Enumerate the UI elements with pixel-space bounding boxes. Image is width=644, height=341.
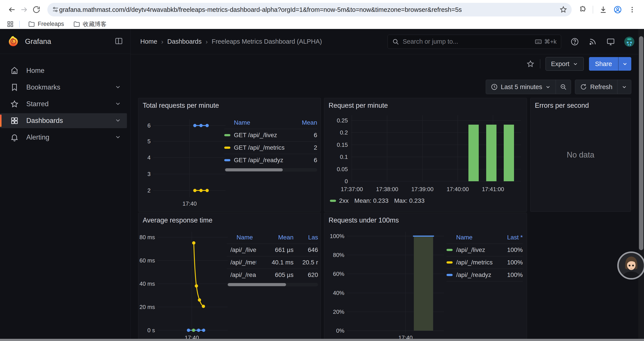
- series-swatch-blue: [224, 159, 230, 161]
- apps-grid-icon[interactable]: [6, 21, 14, 28]
- y-tick: 0: [345, 178, 348, 185]
- bookmark-folder-blogs[interactable]: 收藏博客: [70, 20, 110, 29]
- sidebar-collapse-icon[interactable]: [115, 37, 123, 46]
- chevron-down-icon[interactable]: [115, 100, 121, 108]
- sidebar-item-dashboards[interactable]: Dashboards: [0, 113, 127, 128]
- series-swatch-green: [446, 249, 453, 251]
- series-last: 100%: [494, 271, 523, 278]
- keyboard-icon: [534, 38, 542, 46]
- zoom-out-button[interactable]: [556, 80, 571, 94]
- profile-icon[interactable]: [612, 4, 624, 16]
- legend-col-mean[interactable]: Mean: [256, 234, 294, 241]
- panel-total-requests: Total requests per minute 6 5 4 3 2 17:4…: [138, 98, 321, 212]
- menu-kebab-icon[interactable]: [626, 4, 638, 16]
- kiosk-monitor-icon[interactable]: [606, 37, 615, 46]
- help-icon[interactable]: [570, 37, 579, 46]
- search-input[interactable]: [403, 38, 531, 45]
- share-button-group: Share: [589, 57, 631, 71]
- legend-scrollbar[interactable]: [227, 283, 318, 286]
- grafana-logo[interactable]: [8, 36, 19, 47]
- bookmark-folder-freeleaps[interactable]: Freeleaps: [25, 20, 67, 29]
- breadcrumb-home[interactable]: Home: [140, 38, 157, 45]
- share-dropdown-button[interactable]: [618, 57, 631, 71]
- series-mean: 2: [291, 144, 317, 151]
- bookmark-label: Freeleaps: [38, 21, 64, 28]
- bookmarks-bar: Freeleaps 收藏博客: [0, 19, 644, 29]
- sidebar-item-home[interactable]: Home: [0, 63, 127, 78]
- series-name: GET /api/_/readyz: [234, 157, 283, 164]
- legend-item[interactable]: 2xx: [330, 197, 349, 204]
- legend-header: Name Mean: [224, 119, 317, 129]
- bookmark-star-icon[interactable]: [560, 6, 567, 14]
- y-tick: 60%: [333, 270, 344, 277]
- chevron-down-icon[interactable]: [115, 84, 121, 91]
- search-icon: [392, 38, 399, 45]
- sidebar-item-bookmarks[interactable]: Bookmarks: [0, 80, 127, 95]
- series-name: /api/_/metrics: [230, 259, 256, 266]
- folder-icon: [73, 21, 80, 28]
- chevron-down-icon[interactable]: [115, 134, 121, 141]
- avatar-girl: [619, 253, 644, 278]
- favorite-star-icon[interactable]: [526, 60, 534, 68]
- y-tick: 4: [148, 154, 150, 161]
- horizontal-scrollbar[interactable]: [0, 339, 644, 341]
- back-icon[interactable]: [6, 4, 18, 16]
- vertical-scrollbar[interactable]: [638, 29, 644, 339]
- panel-title[interactable]: Total requests per minute: [143, 102, 219, 110]
- export-button[interactable]: Export: [546, 57, 584, 71]
- breadcrumb-dashboards[interactable]: Dashboards: [167, 38, 202, 45]
- forward-icon[interactable]: [18, 4, 30, 16]
- legend-col-last[interactable]: Last *: [494, 234, 523, 241]
- time-range-picker[interactable]: Last 5 minutes: [486, 80, 556, 94]
- search-box[interactable]: ⌘+k: [388, 35, 561, 49]
- legend-col-name[interactable]: Name: [224, 119, 291, 126]
- site-settings-tune-icon[interactable]: [52, 6, 59, 14]
- panel-title[interactable]: Request per minute: [328, 102, 388, 110]
- floating-avatar-widget[interactable]: [617, 251, 644, 279]
- refresh-interval-dropdown[interactable]: [618, 80, 631, 94]
- sidebar-item-starred[interactable]: Starred: [0, 97, 127, 112]
- series-swatch-green: [330, 200, 336, 202]
- y-tick: 0.1: [340, 154, 348, 160]
- series-name: /api/_/readyz: [456, 271, 491, 278]
- share-button[interactable]: Share: [589, 57, 618, 71]
- legend-scrollbar[interactable]: [224, 168, 317, 172]
- downloads-icon[interactable]: [597, 4, 609, 16]
- chevron-down-icon: [572, 61, 578, 67]
- url-bar[interactable]: [47, 3, 572, 17]
- series-name: 2xx: [339, 197, 349, 204]
- refresh-button[interactable]: Refresh: [575, 80, 617, 94]
- sidebar-header: Grafana: [0, 29, 130, 54]
- grafana-app: Grafana Home Bookmarks Starred: [0, 29, 644, 341]
- user-avatar[interactable]: [624, 37, 634, 47]
- panel-title[interactable]: Average response time: [143, 216, 212, 224]
- legend-row: GET /api/_/metrics 2: [224, 141, 317, 154]
- y-tick: 0%: [336, 327, 344, 334]
- series-max: Max: 0.233: [394, 197, 424, 204]
- y-tick: 2: [148, 187, 150, 194]
- bookmarks-divider: [19, 21, 20, 28]
- legend-col-last[interactable]: Las: [294, 234, 318, 241]
- legend-header: Name Mean Las: [227, 234, 318, 244]
- extensions-icon[interactable]: [576, 4, 589, 16]
- vertical-scrollbar-thumb[interactable]: [639, 36, 643, 250]
- chevron-down-icon[interactable]: [115, 117, 121, 124]
- x-tick: 17:41:00: [482, 186, 504, 192]
- sidebar-item-alerting[interactable]: Alerting: [0, 130, 127, 145]
- y-tick: 20%: [333, 308, 344, 315]
- x-tick: 17:37:00: [341, 186, 363, 192]
- panel-title[interactable]: Requests under 100ms: [328, 216, 399, 224]
- page: Freeleaps 收藏博客 Grafana: [0, 0, 644, 341]
- bars-2xx[interactable]: [468, 125, 514, 181]
- time-range-group: Last 5 minutes: [486, 80, 571, 94]
- legend-col-name[interactable]: Name: [446, 234, 494, 241]
- news-rss-icon[interactable]: [588, 37, 597, 46]
- legend-col-mean[interactable]: Mean: [291, 119, 317, 126]
- keyboard-shortcut-hint: ⌘+k: [534, 38, 556, 46]
- legend-col-name[interactable]: Name: [227, 234, 256, 241]
- series-name: GET /api/_/livez: [234, 132, 277, 139]
- series-swatch-yellow: [446, 261, 453, 263]
- url-input[interactable]: [59, 6, 560, 14]
- legend-table: Name Mean Las /api/_/livez 661 µs 646 /a…: [227, 234, 318, 286]
- reload-icon[interactable]: [30, 4, 42, 16]
